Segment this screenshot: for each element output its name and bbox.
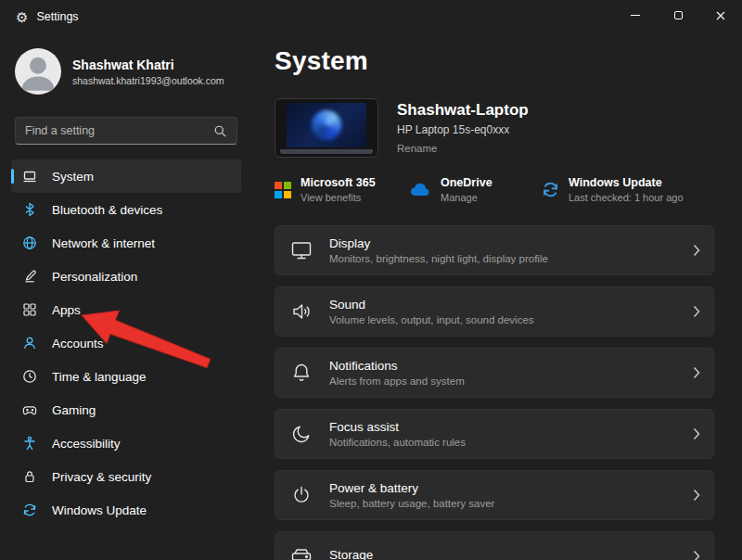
maximize-icon [674, 11, 683, 19]
accessibility-icon [22, 436, 37, 451]
focus-assist-icon [290, 423, 313, 445]
sidebar-item-gaming[interactable]: Gaming [11, 393, 241, 426]
sidebar-item-label: System [52, 170, 94, 184]
onedrive-card[interactable]: OneDrive Manage [408, 176, 518, 203]
sidebar-item-label: Accessibility [52, 437, 121, 451]
sidebar-item-label: Gaming [52, 403, 96, 417]
sidebar-item-apps[interactable]: Apps [11, 293, 241, 326]
sidebar-item-label: Bluetooth & devices [52, 203, 162, 217]
settings-card-subtitle: Notifications, automatic rules [329, 437, 466, 448]
sidebar-item-label: Personalization [52, 270, 137, 284]
storage-icon [290, 545, 313, 560]
avatar [15, 48, 61, 95]
windows-update-icon [542, 181, 559, 198]
sidebar-item-label: Windows Update [52, 503, 147, 517]
selected-indicator [11, 169, 14, 184]
user-profile[interactable]: Shashwat Khatri shashwat.khatri1993@outl… [11, 46, 241, 95]
quick-links-row: Microsoft 365 View benefits OneDrive Man… [275, 176, 714, 203]
chevron-right-icon [693, 550, 700, 560]
sidebar: Shashwat Khatri shashwat.khatri1993@outl… [0, 33, 252, 560]
windows-update-card[interactable]: Windows Update Last checked: 1 hour ago [542, 176, 684, 203]
quick-link-title: Microsoft 365 [301, 176, 376, 189]
search-box[interactable] [15, 117, 237, 145]
search-icon [213, 124, 227, 138]
settings-card-storage[interactable]: Storage [275, 531, 714, 560]
user-email: shashwat.khatri1993@outlook.com [72, 75, 224, 86]
window-controls [614, 0, 742, 31]
settings-card-title: Sound [329, 298, 534, 312]
settings-card-title: Notifications [329, 359, 465, 373]
sidebar-item-windows-update[interactable]: Windows Update [11, 493, 241, 527]
laptop-base-graphic [280, 149, 373, 154]
system-icon [22, 169, 37, 184]
page-title: System [275, 46, 714, 76]
settings-card-subtitle: Sleep, battery usage, battery saver [329, 498, 494, 509]
apps-icon [22, 302, 37, 317]
sidebar-item-label: Network & internet [52, 236, 155, 250]
sidebar-item-bluetooth-devices[interactable]: Bluetooth & devices [11, 193, 241, 226]
close-icon [716, 11, 725, 20]
onedrive-icon [408, 182, 431, 197]
settings-card-subtitle: Volume levels, output, input, sound devi… [329, 314, 534, 325]
time-language-icon [22, 369, 37, 384]
sidebar-item-network-internet[interactable]: Network & internet [11, 226, 241, 260]
chevron-right-icon [693, 244, 700, 257]
windows-bloom-graphic [312, 110, 341, 140]
sidebar-item-label: Privacy & security [52, 470, 151, 484]
settings-gear-icon: ⚙ [16, 10, 28, 24]
microsoft-365-card[interactable]: Microsoft 365 View benefits [275, 176, 384, 203]
sidebar-item-label: Time & language [52, 370, 147, 384]
power-battery-icon [290, 484, 313, 506]
device-header: Shashwat-Laptop HP Laptop 15s-eq0xxx Ren… [275, 98, 714, 158]
settings-card-display[interactable]: Display Monitors, brightness, night ligh… [275, 225, 714, 275]
minimize-button[interactable] [614, 0, 657, 31]
device-thumbnail [275, 98, 378, 158]
rename-button[interactable]: Rename [397, 143, 437, 154]
sidebar-item-label: Accounts [52, 337, 104, 350]
settings-card-subtitle: Monitors, brightness, night light, displ… [329, 253, 548, 264]
chevron-right-icon [693, 489, 700, 502]
sidebar-nav: System Bluetooth & devices Network & int… [11, 159, 241, 527]
sound-icon [290, 300, 313, 323]
sidebar-item-system[interactable]: System [11, 159, 241, 193]
quick-link-subtitle: View benefits [301, 192, 376, 203]
personalization-icon [22, 269, 37, 284]
device-model: HP Laptop 15s-eq0xxx [397, 123, 529, 136]
chevron-right-icon [693, 305, 700, 318]
settings-card-title: Power & battery [329, 481, 494, 495]
app-title: Settings [36, 10, 78, 23]
minimize-icon [631, 15, 640, 16]
sidebar-item-label: Apps [52, 303, 81, 317]
settings-card-subtitle: Alerts from apps and system [329, 375, 465, 387]
sidebar-item-privacy-security[interactable]: Privacy & security [11, 460, 241, 493]
sidebar-item-accounts[interactable]: Accounts [11, 326, 241, 360]
privacy-icon [22, 469, 37, 484]
sidebar-item-personalization[interactable]: Personalization [11, 260, 241, 293]
device-wallpaper [287, 103, 366, 147]
sidebar-item-time-language[interactable]: Time & language [11, 360, 241, 393]
main-content: System Shashwat-Laptop HP Laptop 15s-eq0… [252, 33, 742, 560]
microsoft-365-icon [275, 182, 291, 198]
accounts-icon [22, 336, 37, 350]
quick-link-title: OneDrive [441, 176, 493, 189]
search-input[interactable] [25, 124, 208, 137]
user-name: Shashwat Khatri [72, 57, 224, 72]
settings-card-focus-assist[interactable]: Focus assist Notifications, automatic ru… [275, 409, 714, 459]
settings-list: Display Monitors, brightness, night ligh… [275, 225, 714, 560]
quick-link-subtitle: Last checked: 1 hour ago [569, 192, 684, 203]
maximize-button[interactable] [657, 0, 699, 31]
chevron-right-icon [693, 427, 700, 440]
settings-card-title: Storage [329, 548, 373, 560]
settings-card-notifications[interactable]: Notifications Alerts from apps and syste… [275, 348, 714, 398]
device-name: Shashwat-Laptop [397, 101, 529, 120]
settings-card-title: Focus assist [329, 420, 466, 434]
chevron-right-icon [693, 366, 700, 379]
settings-card-power-battery[interactable]: Power & battery Sleep, battery usage, ba… [275, 470, 714, 520]
close-button[interactable] [699, 0, 742, 31]
settings-window: { "colors": { "accent": "#4cc2ff", "back… [0, 0, 742, 560]
display-icon [290, 239, 313, 261]
quick-link-title: Windows Update [569, 176, 684, 189]
settings-card-title: Display [329, 236, 548, 250]
settings-card-sound[interactable]: Sound Volume levels, output, input, soun… [275, 286, 714, 337]
sidebar-item-accessibility[interactable]: Accessibility [11, 426, 241, 460]
